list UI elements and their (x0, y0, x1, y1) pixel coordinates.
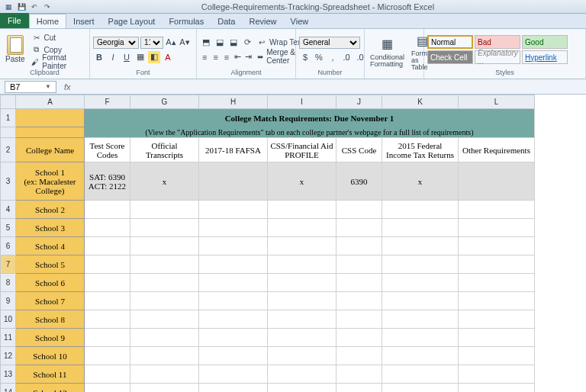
col-header[interactable]: J (336, 95, 382, 109)
cell[interactable] (336, 365, 382, 384)
subtitle-cell[interactable]: (View the "Application Requirements" tab… (85, 127, 535, 138)
cell[interactable] (459, 347, 535, 365)
header-cell[interactable]: 2017-18 FAFSA (199, 138, 268, 162)
grow-font-icon[interactable]: A▴ (165, 37, 177, 49)
paste-button[interactable]: Paste (3, 35, 27, 64)
cell[interactable] (459, 365, 535, 384)
name-box[interactable]: B7▼ (5, 81, 56, 93)
header-cell[interactable]: CSS Code (336, 138, 382, 162)
cell[interactable] (268, 219, 336, 237)
cell[interactable] (268, 255, 336, 274)
cell[interactable] (268, 274, 336, 292)
cell[interactable] (199, 219, 268, 237)
cell[interactable] (85, 274, 130, 292)
col-header[interactable]: F (85, 95, 130, 109)
cell[interactable] (459, 219, 535, 237)
cell[interactable] (199, 255, 268, 274)
header-cell[interactable]: Test Score Codes (85, 138, 130, 162)
cell[interactable] (336, 310, 382, 329)
col-header[interactable]: K (382, 95, 459, 109)
cell[interactable] (199, 237, 268, 255)
cell[interactable] (336, 201, 382, 219)
cell[interactable] (336, 347, 382, 365)
school-cell[interactable]: School 6 (16, 274, 85, 292)
col-header[interactable]: G (130, 95, 199, 109)
cell[interactable] (130, 219, 199, 237)
align-right-icon[interactable]: ≡ (222, 51, 231, 63)
cell[interactable] (85, 347, 130, 365)
header-cell[interactable]: CSS/Financial Aid PROFILE (268, 138, 336, 162)
row-header[interactable]: 8 (1, 274, 16, 292)
cell[interactable] (382, 255, 459, 274)
cell[interactable] (85, 237, 130, 255)
font-size-select[interactable]: 11 (140, 37, 163, 49)
tab-insert[interactable]: Insert (66, 14, 101, 28)
cell[interactable] (199, 274, 268, 292)
undo-icon[interactable]: ↶ (29, 2, 40, 12)
cell[interactable] (85, 219, 130, 237)
tab-data[interactable]: Data (211, 14, 242, 28)
font-color-icon[interactable]: A (162, 51, 174, 63)
cell[interactable] (199, 347, 268, 365)
cell[interactable]: x (268, 162, 336, 201)
cell[interactable] (268, 201, 336, 219)
indent-dec-icon[interactable]: ⇤ (233, 51, 242, 63)
cell[interactable] (382, 274, 459, 292)
orientation-icon[interactable]: ⟳ (241, 37, 253, 49)
conditional-formatting-button[interactable]: ▦Conditional Formatting (368, 34, 407, 69)
cell[interactable] (336, 274, 382, 292)
cell[interactable] (16, 109, 85, 127)
percent-icon[interactable]: % (313, 51, 325, 63)
tab-home[interactable]: Home (29, 14, 66, 28)
bold-icon[interactable]: B (93, 51, 105, 63)
cell[interactable] (382, 329, 459, 347)
cell[interactable] (382, 365, 459, 384)
shrink-font-icon[interactable]: A▾ (179, 37, 191, 49)
col-header[interactable]: A (16, 95, 85, 109)
row-header[interactable]: 12 (1, 347, 16, 365)
cell[interactable] (130, 237, 199, 255)
style-explanatory[interactable]: Explanatory ... (475, 50, 520, 64)
redo-icon[interactable]: ↷ (42, 2, 53, 12)
cell[interactable] (85, 292, 130, 310)
cell[interactable] (199, 310, 268, 329)
border-icon[interactable]: ▦ (134, 51, 146, 63)
row-header[interactable]: 7 (1, 255, 16, 274)
cell[interactable] (130, 310, 199, 329)
row-header[interactable]: 10 (1, 310, 16, 329)
header-cell[interactable]: College Name (16, 138, 85, 162)
tab-file[interactable]: File (0, 13, 29, 28)
col-header[interactable]: L (459, 95, 535, 109)
cell[interactable] (130, 365, 199, 384)
comma-icon[interactable]: , (327, 51, 339, 63)
underline-icon[interactable]: U (121, 51, 133, 63)
align-middle-icon[interactable]: ⬓ (214, 37, 226, 49)
align-left-icon[interactable]: ≡ (200, 51, 209, 63)
cell[interactable] (130, 347, 199, 365)
style-good[interactable]: Good (522, 35, 568, 49)
tab-page-layout[interactable]: Page Layout (101, 14, 163, 28)
row-header[interactable]: 9 (1, 292, 16, 310)
style-bad[interactable]: Bad (475, 35, 520, 49)
row-header[interactable]: 3 (1, 162, 16, 201)
tab-review[interactable]: Review (242, 14, 283, 28)
currency-icon[interactable]: $ (299, 51, 311, 63)
cell[interactable] (459, 310, 535, 329)
cell[interactable] (85, 329, 130, 347)
cell[interactable] (382, 384, 459, 393)
cell[interactable]: School 1(ex: Macalester College) (16, 162, 85, 201)
cell[interactable] (85, 365, 130, 384)
school-cell[interactable]: School 10 (16, 347, 85, 365)
row-header[interactable]: 5 (1, 219, 16, 237)
cell[interactable] (336, 255, 382, 274)
cell[interactable]: SAT: 6390ACT: 2122 (85, 162, 130, 201)
fx-icon[interactable]: fx (64, 82, 71, 92)
cut-button[interactable]: ✂Cut (30, 32, 86, 43)
school-cell[interactable]: School 11 (16, 365, 85, 384)
cell[interactable] (130, 292, 199, 310)
inc-decimal-icon[interactable]: .0 (340, 51, 353, 63)
school-cell[interactable]: School 5 (16, 255, 85, 274)
header-cell[interactable]: Official Transcripts (130, 138, 199, 162)
cell[interactable] (459, 255, 535, 274)
school-cell[interactable]: School 2 (16, 201, 85, 219)
